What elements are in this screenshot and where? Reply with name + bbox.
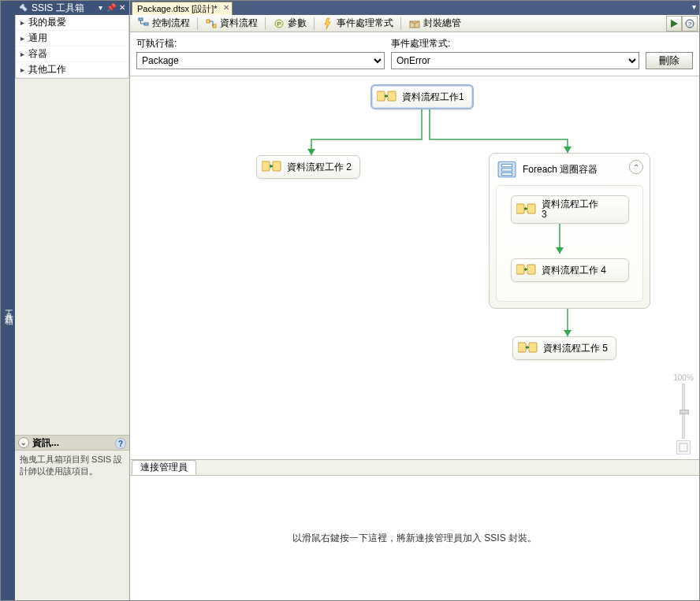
toolbox-item-label: 通用 xyxy=(28,32,47,45)
execute-button[interactable] xyxy=(666,16,682,32)
zoom-control[interactable]: 100% xyxy=(672,373,694,454)
tab-package-explorer[interactable]: 封裝總管 xyxy=(403,16,467,32)
toolbox-list: ▸我的最愛 ▸通用 ▸容器 ▸其他工作 xyxy=(15,15,129,79)
toolbox-vertical-tab[interactable]: 工具箱 xyxy=(1,1,15,600)
help-icon[interactable]: ? xyxy=(115,438,126,449)
document-tabs-dropdown-icon[interactable]: ▾ xyxy=(692,2,696,11)
task-label: 資料流程工作 5 xyxy=(543,342,608,355)
svg-marker-19 xyxy=(564,330,572,336)
toolbox-pin-icon[interactable]: 📌 xyxy=(106,2,117,13)
toolbox-spacer xyxy=(15,79,129,435)
collapse-icon[interactable]: ⌃ xyxy=(629,160,643,174)
info-panel-body: 拖曳工具箱項目到 SSIS 設計師以使用該項目。 xyxy=(15,451,129,600)
connection-managers-body[interactable]: 以滑鼠右鍵按一下這裡，將新連接管理員加入 SSIS 封裝。 xyxy=(130,476,699,600)
zoom-slider-track[interactable] xyxy=(682,384,685,439)
tab-control-flow[interactable]: 控制流程 xyxy=(132,16,195,32)
task-data-flow-5[interactable]: 資料流程工作 5 xyxy=(512,336,616,360)
data-flow-task-icon xyxy=(518,340,538,356)
container-label: Foreach 迴圈容器 xyxy=(523,163,598,176)
svg-marker-18 xyxy=(564,147,572,153)
zoom-slider-thumb[interactable] xyxy=(680,410,689,414)
task-data-flow-4[interactable]: 資料流程工作 4 xyxy=(511,258,629,282)
event-handlers-icon xyxy=(322,17,334,30)
svg-text:?: ? xyxy=(688,20,692,28)
task-label: 資料流程工作 4 xyxy=(542,264,606,277)
data-flow-task-icon xyxy=(516,262,537,278)
chevron-right-icon: ▸ xyxy=(20,34,27,43)
toolbox-item-label: 容器 xyxy=(28,47,47,61)
data-flow-task-icon xyxy=(377,89,397,105)
chevron-right-icon: ▸ xyxy=(20,18,27,27)
event-handler-selectors: 可執行檔: Package 事件處理常式: OnError 刪除 xyxy=(130,32,699,76)
data-flow-task-icon xyxy=(516,202,537,217)
tab-label: 參數 xyxy=(288,17,307,30)
executable-label: 可執行檔: xyxy=(136,37,385,50)
svg-rect-1 xyxy=(144,23,148,25)
zoom-label: 100% xyxy=(673,373,694,382)
event-handler-label: 事件處理常式: xyxy=(391,37,639,50)
foreach-loop-icon xyxy=(496,160,518,179)
chevron-right-icon: ▸ xyxy=(20,65,27,74)
package-explorer-icon xyxy=(408,17,421,30)
data-flow-task-icon xyxy=(262,159,282,175)
tab-label: 事件處理常式 xyxy=(337,17,393,30)
document-tab-label: Package.dtsx [設計]* xyxy=(137,3,218,15)
connection-managers-hint: 以滑鼠右鍵按一下這裡，將新連接管理員加入 SSIS 封裝。 xyxy=(292,532,537,545)
connection-managers-tabs: 連接管理員 xyxy=(130,460,699,476)
separator xyxy=(197,17,198,30)
separator xyxy=(314,17,315,30)
document-tab-close-icon[interactable]: ✕ xyxy=(223,3,229,12)
svg-rect-3 xyxy=(213,24,216,28)
app-root: 工具箱 SSIS 工具箱 ▾ 📌 ✕ ▸我的最愛 ▸通用 ▸容器 ▸其他工作 ⌄ xyxy=(0,0,700,601)
container-body: 資料流程工作3 資料流程工作 4 xyxy=(496,185,643,302)
executable-select[interactable]: Package xyxy=(136,52,385,69)
svg-text:P: P xyxy=(277,20,281,28)
data-flow-icon xyxy=(205,17,218,30)
task-data-flow-3[interactable]: 資料流程工作3 xyxy=(511,195,629,224)
tab-label: 連接管理員 xyxy=(140,461,188,474)
separator xyxy=(265,17,266,30)
toolbox-item-common[interactable]: ▸通用 xyxy=(16,31,128,46)
tab-parameters[interactable]: P 參數 xyxy=(267,16,312,32)
tab-data-flow[interactable]: 資料流程 xyxy=(199,16,263,32)
task-label: 資料流程工作1 xyxy=(402,91,464,104)
svg-rect-0 xyxy=(139,18,143,20)
toolbox-item-containers[interactable]: ▸容器 xyxy=(16,46,128,62)
delete-button[interactable]: 刪除 xyxy=(646,52,693,69)
main-area: Package.dtsx [設計]* ✕ ▾ 控制流程 資料流程 P 參數 xyxy=(130,1,699,600)
task-data-flow-2[interactable]: 資料流程工作 2 xyxy=(256,155,360,179)
parameters-icon: P xyxy=(273,17,285,30)
toolbox-close-icon[interactable]: ✕ xyxy=(117,2,128,13)
task-label: 資料流程工作3 xyxy=(542,199,598,220)
task-data-flow-1[interactable]: 資料流程工作1 xyxy=(370,84,474,109)
tab-label: 封裝總管 xyxy=(423,17,461,30)
svg-marker-21 xyxy=(556,247,564,254)
connection-managers-tab[interactable]: 連接管理員 xyxy=(132,460,196,475)
info-panel-header[interactable]: ⌄ 資訊... ? xyxy=(15,435,129,451)
designer-tab-bar: 控制流程 資料流程 P 參數 事件處理常式 封裝總管 xyxy=(130,15,699,32)
toolbox-item-label: 我的最愛 xyxy=(28,16,66,29)
toolbox-panel: SSIS 工具箱 ▾ 📌 ✕ ▸我的最愛 ▸通用 ▸容器 ▸其他工作 ⌄ 資訊.… xyxy=(15,1,130,600)
document-tab-package[interactable]: Package.dtsx [設計]* ✕ xyxy=(132,2,233,15)
toolbox-dropdown-icon[interactable]: ▾ xyxy=(95,2,106,13)
chevron-down-icon[interactable]: ⌄ xyxy=(18,437,29,448)
connection-managers-panel: 連接管理員 以滑鼠右鍵按一下這裡，將新連接管理員加入 SSIS 封裝。 xyxy=(130,460,699,600)
zoom-fit-icon[interactable] xyxy=(676,440,691,454)
document-tabs: Package.dtsx [設計]* ✕ ▾ xyxy=(130,1,699,15)
info-title: 資訊... xyxy=(32,436,59,450)
control-flow-icon xyxy=(137,17,150,30)
stop-button[interactable]: ? xyxy=(682,16,698,32)
separator xyxy=(400,17,401,30)
toolbox-title-text: SSIS 工具箱 xyxy=(32,2,84,15)
chevron-right-icon: ▸ xyxy=(20,50,27,58)
toolbox-item-other-tasks[interactable]: ▸其他工作 xyxy=(16,62,128,78)
toolbox-icon xyxy=(18,2,29,13)
svg-rect-22 xyxy=(680,443,687,451)
design-canvas[interactable]: 資料流程工作1 資料流程工作 2 Foreach 迴圈容器 ⌃ xyxy=(130,76,699,460)
foreach-loop-container[interactable]: Foreach 迴圈容器 ⌃ 資料流程工作3 xyxy=(489,153,650,309)
tab-event-handlers[interactable]: 事件處理常式 xyxy=(316,16,399,32)
toolbox-item-favorites[interactable]: ▸我的最愛 xyxy=(16,15,128,31)
event-handler-select[interactable]: OnError xyxy=(391,52,639,69)
tab-label: 控制流程 xyxy=(152,17,190,30)
tab-label: 資料流程 xyxy=(220,17,258,30)
